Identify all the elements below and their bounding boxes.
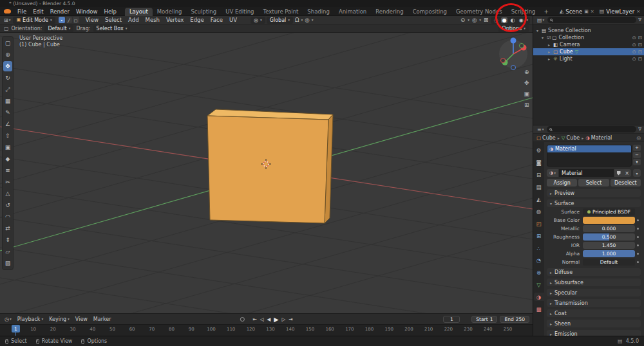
vertex-select-button[interactable]: • <box>59 17 65 23</box>
tool-scale[interactable]: ⤢ <box>3 84 12 95</box>
tool-move[interactable]: ✥ <box>3 61 12 71</box>
action-button[interactable]: Assign <box>547 179 577 187</box>
remove-slot-button[interactable]: − <box>633 152 641 158</box>
collapsed-panel-header[interactable]: ▸Subsurface <box>547 278 641 286</box>
workspace-tab[interactable]: UV Editing <box>221 8 258 16</box>
shading-dropdown-icon[interactable]: ▾ <box>526 18 528 22</box>
pan-icon[interactable]: ✥ <box>524 80 529 86</box>
workspace-tab[interactable]: Shading <box>303 8 334 16</box>
workspace-tab[interactable]: Animation <box>334 8 371 16</box>
pin-icon[interactable]: ◎ <box>636 135 641 141</box>
disable-in-render-icon[interactable]: ⊡ <box>638 56 642 62</box>
workspace-tab[interactable]: Rendering <box>371 8 408 16</box>
perspective-toggle-icon[interactable]: ⊞ <box>524 102 529 108</box>
tool-spin[interactable]: ↺ <box>3 200 12 210</box>
jump-to-end-button[interactable]: ⇥ <box>289 316 292 322</box>
gizmo-y-neg[interactable] <box>520 44 524 48</box>
play-button[interactable]: ▶ <box>274 316 278 323</box>
tab-world[interactable]: ◍ <box>534 207 544 215</box>
menu-item[interactable]: Edit <box>30 7 46 16</box>
action-button[interactable]: Select <box>578 179 609 187</box>
snap-dropdown-icon[interactable]: ▾ <box>301 18 303 22</box>
show-gizmo-icon[interactable]: ⊙ <box>460 17 466 23</box>
cube-mesh[interactable] <box>207 109 333 223</box>
show-overlays-icon[interactable]: ◎ <box>471 17 477 23</box>
workspace-tab[interactable]: Compositing <box>408 8 451 16</box>
outliner-row[interactable]: ▸ ◧ Camera ⊙ ⊡ <box>533 41 644 48</box>
solid-shading-icon[interactable]: ● <box>501 17 507 23</box>
blender-logo-icon[interactable] <box>4 9 11 14</box>
unlink-material-button[interactable]: × <box>623 169 631 177</box>
tool-smooth[interactable]: ◠ <box>3 212 12 222</box>
outliner-row[interactable]: ▸ ☼ Light ⊙ ⊡ <box>533 55 644 62</box>
material-specials-button[interactable]: ▾ <box>633 169 641 177</box>
current-frame-field[interactable]: 1 <box>443 316 460 323</box>
animate-property-dot[interactable] <box>635 219 641 221</box>
tab-scene[interactable]: ◭ <box>534 195 544 203</box>
disable-in-render-icon[interactable]: ⊡ <box>638 35 642 41</box>
play-reverse-button[interactable]: ◀ <box>267 316 270 322</box>
remove-view-layer-icon[interactable]: × <box>636 9 640 14</box>
orientation-setting-dropdown[interactable]: Default ▾ <box>44 25 73 32</box>
surface-panel-header[interactable]: ▾ Surface <box>547 199 641 207</box>
alpha-slider[interactable]: 1.000 <box>583 250 635 257</box>
tool-measure[interactable]: ∠ <box>3 119 12 129</box>
frame-start-field[interactable]: Start 1 <box>471 316 497 323</box>
menu-item[interactable]: Select <box>102 15 125 24</box>
disable-in-render-icon[interactable]: ⊡ <box>638 42 642 48</box>
tab-object-data[interactable]: ▽ <box>534 280 544 289</box>
hide-in-viewport-icon[interactable]: ⊙ <box>632 42 636 48</box>
menu-item[interactable]: Help <box>100 7 119 16</box>
timeline-menu[interactable]: Playback▾ <box>15 316 46 322</box>
jump-to-start-button[interactable]: ⇤ <box>252 316 256 322</box>
animate-property-dot[interactable] <box>635 236 641 238</box>
surface-shader-dropdown[interactable]: Principled BSDF <box>583 208 635 215</box>
workspace-tab[interactable]: Sculpting <box>186 8 221 16</box>
tab-physics[interactable]: ◔ <box>534 256 544 264</box>
tab-tool[interactable]: ⚙ <box>534 146 544 154</box>
transform-pivot-dropdown[interactable]: ◎▾ <box>251 17 265 24</box>
tab-view-layer[interactable]: ▤ <box>534 183 544 191</box>
material-name-field[interactable]: Material <box>559 169 614 177</box>
collection-checkbox[interactable]: ☑ <box>547 35 551 41</box>
tab-render[interactable]: ◙ <box>534 158 544 167</box>
gizmo-z-neg[interactable] <box>511 66 516 70</box>
cube-front-face[interactable] <box>207 116 328 223</box>
slot-specials-button[interactable]: ▾ <box>633 159 641 165</box>
tab-particles[interactable]: ∴ <box>534 244 544 252</box>
breadcrumb-item[interactable]: ◑ Material <box>585 135 612 141</box>
outliner-editor-icon[interactable]: ▤▾ <box>536 17 545 23</box>
normal-dropdown[interactable]: Default <box>583 259 635 266</box>
disclosure-arrow-icon[interactable]: ▾ <box>542 35 547 40</box>
camera-view-icon[interactable]: ▣ <box>524 91 529 97</box>
add-workspace-button[interactable]: + <box>540 8 553 15</box>
properties-editor-icon[interactable]: ≡▾ <box>536 127 545 132</box>
tab-output[interactable]: ⊟ <box>534 170 544 179</box>
menu-item[interactable]: Window <box>73 7 101 16</box>
menu-item[interactable]: Render <box>47 7 73 16</box>
view-layer-selector[interactable]: ViewLayer <box>606 8 634 15</box>
timeline-menu[interactable]: Keying▾ <box>46 316 72 322</box>
wireframe-shading-icon[interactable]: ◌ <box>493 17 499 23</box>
timeline-ruler[interactable]: 1 10203040506070809010011012013014015016… <box>0 324 533 336</box>
tab-object[interactable]: ◰ <box>534 219 544 228</box>
disclosure-arrow-icon[interactable]: ▾ <box>536 28 542 33</box>
material-slot-row[interactable]: ◑ Material <box>547 145 631 152</box>
fake-user-shield-button[interactable] <box>614 169 623 177</box>
next-keyframe-button[interactable]: ▷ <box>282 316 286 322</box>
unlink-scene-icon[interactable]: × <box>591 9 594 14</box>
tool-transform[interactable]: ▦ <box>3 96 12 106</box>
tool-shrink-fatten[interactable]: ⇕ <box>3 235 12 245</box>
tool-knife[interactable]: ✂ <box>3 177 12 187</box>
menu-item[interactable]: UV <box>226 15 240 24</box>
material-preview-shading-icon[interactable]: ◐ <box>509 17 516 23</box>
outliner-row[interactable]: ▸ ▢ Cube ▽ ⊙ ⊡ <box>533 48 644 55</box>
disclosure-arrow-icon[interactable]: ▸ <box>548 57 553 61</box>
collapsed-panel-header[interactable]: ▸Coat <box>547 309 641 317</box>
tool-poly-build[interactable]: △ <box>3 188 12 199</box>
filter-icon[interactable]: ∇ <box>638 127 641 132</box>
menu-item[interactable]: Face <box>207 15 226 24</box>
scene-selector[interactable]: Scene <box>565 8 582 15</box>
outliner-row[interactable]: ▾ ▤ Scene Collection <box>533 27 644 34</box>
rendered-shading-icon[interactable]: ◉ <box>518 17 524 23</box>
